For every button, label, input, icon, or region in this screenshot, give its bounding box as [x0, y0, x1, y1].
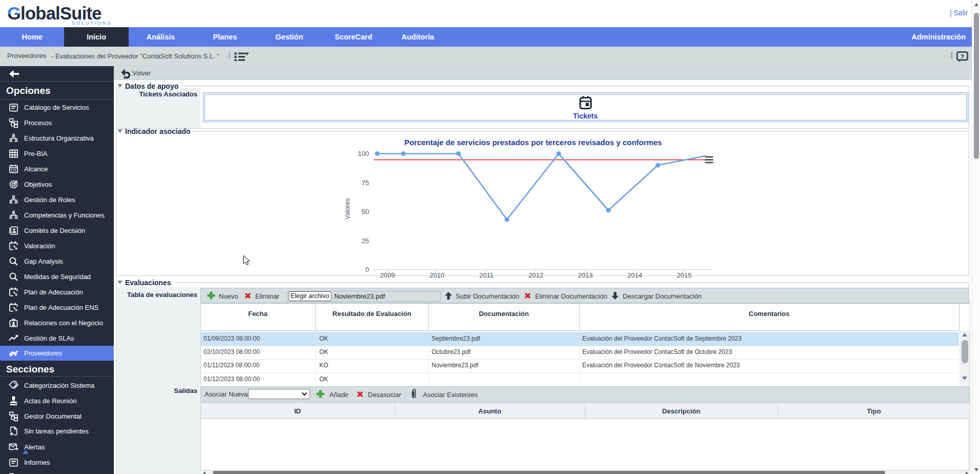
svg-text:2013: 2013 [578, 271, 593, 279]
svg-text:75: 75 [362, 179, 369, 187]
svg-text:50: 50 [362, 208, 369, 215]
svg-text:2009: 2009 [380, 271, 395, 279]
svg-text:SOLUTIONS: SOLUTIONS [72, 20, 112, 26]
svg-text:100: 100 [358, 150, 369, 157]
svg-text:2011: 2011 [479, 271, 494, 279]
svg-text:2012: 2012 [528, 271, 543, 279]
svg-text:25: 25 [362, 237, 369, 245]
svg-text:?: ? [961, 53, 964, 60]
svg-text:2015: 2015 [677, 271, 692, 279]
svg-text:2010: 2010 [430, 271, 444, 279]
svg-text:0: 0 [365, 266, 369, 273]
svg-text:Valores: Valores [344, 198, 351, 219]
svg-text:2014: 2014 [627, 271, 642, 279]
svg-text:Porcentaje de servicios presta: Porcentaje de servicios prestados por te… [404, 138, 662, 147]
